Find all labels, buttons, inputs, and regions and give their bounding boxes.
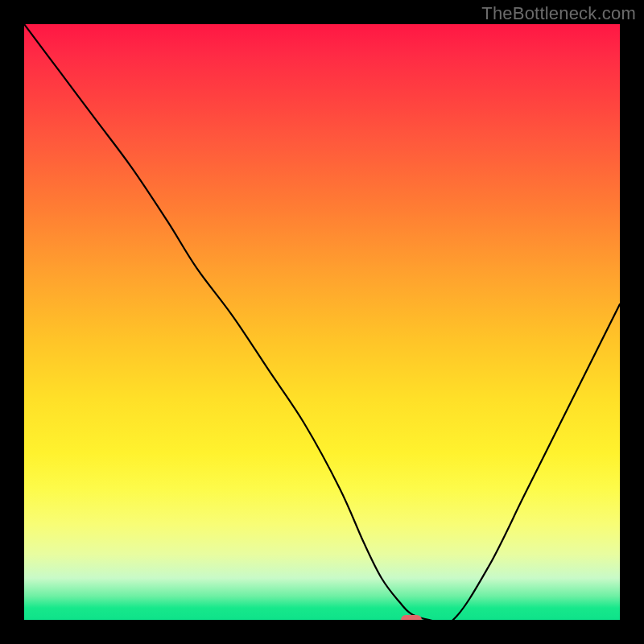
- minimum-marker: [401, 615, 422, 620]
- chart-frame: TheBottleneck.com: [0, 0, 644, 644]
- plot-area: [24, 24, 620, 620]
- watermark-text: TheBottleneck.com: [481, 3, 636, 24]
- bottleneck-curve: [24, 24, 620, 620]
